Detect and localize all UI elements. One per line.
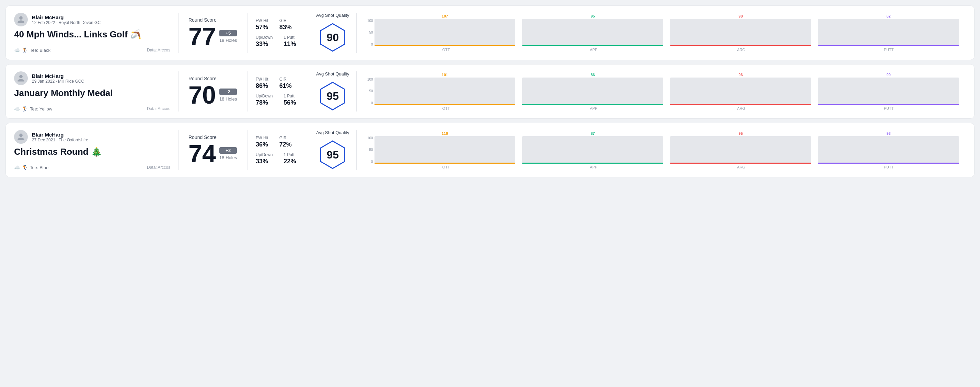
- bar-value-label: 96: [739, 73, 743, 77]
- gir-label: GIR: [279, 18, 292, 23]
- bar-bg: [522, 19, 663, 46]
- score-badge-col: +5 18 Holes: [220, 30, 237, 43]
- chart-section: 100 50 0 101 86: [356, 71, 966, 111]
- score-badge-col: -2 18 Holes: [220, 89, 237, 102]
- tee-info: ☁️ 🏌️ Tee: Black: [14, 48, 51, 53]
- bar-value-label: 99: [886, 73, 891, 77]
- bar-arg: 95: [670, 132, 811, 163]
- y-mid: 50: [366, 148, 373, 152]
- quality-label: Avg Shot Quality: [316, 71, 350, 76]
- fw-hit-stat: FW Hit 86%: [256, 77, 269, 90]
- card-left-section: Blair McHarg 29 Jan 2022 · Mill Ride GCC…: [14, 71, 179, 111]
- stats-section: FW Hit 86% GIR 61% Up/Down 78% 1 Putt 56…: [248, 71, 309, 111]
- bar-value-label: 86: [591, 73, 595, 77]
- bar-bg: [818, 19, 959, 46]
- score-badge: +5: [220, 30, 237, 36]
- avatar: [14, 13, 28, 26]
- user-row: Blair McHarg 27 Dec 2021 · The Oxfordshi…: [14, 130, 170, 144]
- user-row: Blair McHarg 29 Jan 2022 · Mill Ride GCC: [14, 71, 170, 85]
- bar-arg: 96: [670, 73, 811, 105]
- fw-hit-value: 86%: [256, 82, 269, 90]
- score-badge-col: +2 18 Holes: [220, 147, 237, 160]
- updown-value: 33%: [256, 158, 272, 165]
- bars-group: 101 86 96 99: [374, 73, 959, 105]
- chart-row: 100 50 0 110 87: [366, 132, 959, 163]
- score-number: 70: [188, 82, 216, 107]
- quality-label: Avg Shot Quality: [316, 13, 350, 18]
- weather-icon: ☁️: [14, 48, 20, 53]
- bar-value-label: 107: [442, 14, 448, 18]
- bar-value-label: 87: [591, 132, 595, 135]
- user-name: Blair McHarg: [32, 73, 84, 79]
- oneputt-label: 1 Putt: [283, 94, 296, 98]
- oneputt-value: 22%: [283, 158, 296, 165]
- score-label: Round Score: [188, 17, 237, 23]
- user-row: Blair McHarg 12 Feb 2022 · Royal North D…: [14, 13, 170, 26]
- bar-marker: [818, 163, 959, 163]
- fw-hit-label: FW Hit: [256, 77, 269, 82]
- oneputt-stat: 1 Putt 22%: [283, 152, 296, 165]
- bag-icon: 🏌️: [22, 48, 28, 53]
- y-top: 100: [366, 78, 373, 81]
- user-info: Blair McHarg 12 Feb 2022 · Royal North D…: [32, 14, 100, 25]
- tee-label: Tee: Black: [30, 48, 51, 53]
- user-icon: [17, 74, 25, 82]
- bar-value-label: 98: [739, 14, 743, 18]
- score-section: Round Score 70 -2 18 Holes: [179, 71, 248, 111]
- bar-marker: [818, 104, 959, 105]
- user-meta: 12 Feb 2022 · Royal North Devon GC: [32, 20, 100, 25]
- updown-stat: Up/Down 33%: [256, 152, 272, 165]
- quality-section: Avg Shot Quality 95: [309, 71, 356, 111]
- score-main: 77 +5 18 Holes: [188, 24, 237, 49]
- x-label-putt: PUTT: [818, 165, 959, 169]
- bar-ott: 110: [374, 132, 515, 163]
- bar-value-label: 93: [886, 132, 891, 135]
- bar-inner: [818, 29, 959, 46]
- score-label: Round Score: [188, 76, 237, 81]
- y-top: 100: [366, 136, 373, 140]
- bar-inner: [522, 146, 663, 163]
- card-left-section: Blair McHarg 12 Feb 2022 · Royal North D…: [14, 13, 179, 53]
- score-section: Round Score 77 +5 18 Holes: [179, 13, 248, 53]
- chart-container: 100 50 0 110 87: [366, 132, 959, 169]
- fw-hit-label: FW Hit: [256, 18, 269, 23]
- fw-hit-label: FW Hit: [256, 135, 269, 140]
- chart-row: 100 50 0 107 95: [366, 14, 959, 46]
- bar-value-label: 82: [886, 14, 891, 18]
- bar-inner: [818, 144, 959, 163]
- bar-value-label: 110: [442, 132, 448, 135]
- card-footer: ☁️ 🏌️ Tee: Yellow Data: Arccos: [14, 106, 170, 111]
- score-section: Round Score 74 +2 18 Holes: [179, 130, 248, 170]
- round-title: Christmas Round 🎄: [14, 146, 170, 157]
- bar-value-label: 95: [591, 14, 595, 18]
- quality-label: Avg Shot Quality: [316, 130, 350, 135]
- x-label-ott: OTT: [376, 106, 517, 111]
- oneputt-label: 1 Putt: [283, 152, 296, 157]
- user-meta: 29 Jan 2022 · Mill Ride GCC: [32, 79, 84, 84]
- fw-hit-stat: FW Hit 36%: [256, 135, 269, 148]
- stats-row-bottom: Up/Down 33% 1 Putt 11%: [256, 35, 301, 48]
- bar-inner: [522, 87, 663, 105]
- chart-row: 100 50 0 101 86: [366, 73, 959, 105]
- bar-bg: [670, 19, 811, 46]
- bar-marker: [818, 45, 959, 46]
- x-label-app: APP: [523, 106, 664, 111]
- score-badge: +2: [220, 147, 237, 154]
- gir-value: 83%: [279, 24, 292, 31]
- updown-label: Up/Down: [256, 94, 272, 98]
- y-bottom: 0: [366, 43, 373, 46]
- card-footer: ☁️ 🏌️ Tee: Blue Data: Arccos: [14, 165, 170, 170]
- y-mid: 50: [366, 89, 373, 93]
- x-label-app: APP: [523, 165, 664, 169]
- bar-marker: [374, 163, 515, 163]
- stats-row-top: FW Hit 86% GIR 61%: [256, 77, 301, 90]
- y-axis: 100 50 0: [366, 78, 374, 105]
- quality-score: 90: [327, 31, 339, 44]
- fw-hit-value: 36%: [256, 141, 269, 148]
- score-number: 77: [188, 24, 216, 49]
- updown-value: 78%: [256, 99, 272, 106]
- round-card-3: Blair McHarg 27 Dec 2021 · The Oxfordshi…: [5, 123, 975, 178]
- x-labels: OTT APP ARG PUTT: [366, 165, 959, 169]
- x-label-ott: OTT: [376, 165, 517, 169]
- bar-bg: [374, 136, 515, 163]
